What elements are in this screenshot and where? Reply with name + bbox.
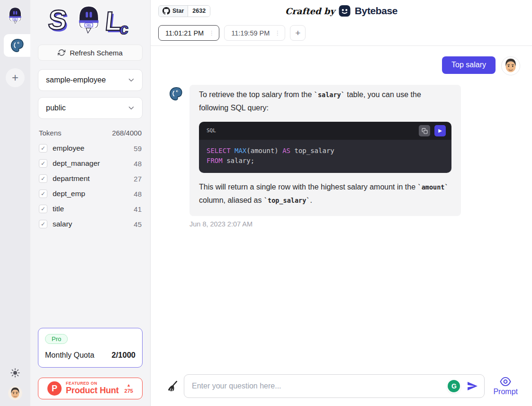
quota-row: Monthly Quota 2/1000 xyxy=(45,351,135,360)
user-message-row: Top salary xyxy=(169,56,520,75)
sqlchat-bot-avatar[interactable]: SQL xyxy=(6,7,24,25)
table-name: dept_emp xyxy=(53,189,128,198)
quota-card[interactable]: Pro Monthly Quota 2/1000 xyxy=(38,328,143,368)
conversation-tab-active[interactable]: 11:01:21 PM ⋮ xyxy=(158,25,219,41)
new-connection-button[interactable]: + xyxy=(6,68,25,87)
run-query-button[interactable]: ▶ xyxy=(434,125,446,136)
postgres-elephant-icon xyxy=(10,38,24,53)
star-count: 2632 xyxy=(188,6,210,17)
tokens-header: Tokens 268/4000 xyxy=(39,129,142,137)
topbar: Star 2632 Crafted by Bytebase xyxy=(151,0,532,22)
kebab-menu-icon[interactable]: ⋮ xyxy=(208,29,215,36)
crafted-by-label: Crafted by xyxy=(285,6,335,16)
github-star-button[interactable]: Star 2632 xyxy=(158,5,210,17)
robot-head-icon: SQL xyxy=(6,7,24,25)
table-row: ✓ employee 59 xyxy=(38,141,143,156)
table-row: ✓ title 41 xyxy=(38,201,143,217)
product-hunt-badge[interactable]: P FEATURED ON Product Hunt ▲ 275 xyxy=(38,378,143,399)
play-icon: ▶ xyxy=(438,124,442,137)
bytebase-logo-icon xyxy=(339,5,351,17)
eye-icon xyxy=(499,377,512,387)
conversation-tab[interactable]: 11:19:59 PM ⋮ xyxy=(224,25,285,41)
table-checkbox[interactable]: ✓ xyxy=(39,189,47,198)
send-icon xyxy=(467,380,478,392)
send-button[interactable] xyxy=(467,380,478,392)
new-conversation-button[interactable]: + xyxy=(290,25,306,41)
code-block-header: SQL ▶ xyxy=(199,122,451,140)
refresh-schema-button[interactable]: Refresh Schema xyxy=(38,45,143,61)
plus-icon: + xyxy=(12,71,18,84)
table-name: dept_manager xyxy=(53,159,128,168)
message-timestamp: Jun 8, 2023 2:07 AM xyxy=(189,220,520,228)
schema-select-value: public xyxy=(46,104,66,112)
table-checkbox[interactable]: ✓ xyxy=(39,220,47,228)
refresh-schema-label: Refresh Schema xyxy=(70,49,123,57)
pro-badge: Pro xyxy=(45,334,68,344)
github-star-segment: Star xyxy=(159,6,188,17)
check-icon: ✓ xyxy=(41,221,45,227)
sun-icon xyxy=(10,368,20,378)
user-message-bubble: Top salary xyxy=(442,56,496,74)
code-line: SELECT MAX(amount) AS top_salary xyxy=(207,146,444,156)
table-row: ✓ dept_manager 48 xyxy=(38,156,143,171)
table-checkbox[interactable]: ✓ xyxy=(39,144,47,153)
user-avatar xyxy=(501,56,520,75)
table-token-count: 48 xyxy=(134,190,142,198)
main-panel: Star 2632 Crafted by Bytebase 11:01:21 P… xyxy=(151,0,532,406)
table-row: ✓ salary 45 xyxy=(38,217,143,232)
table-name: department xyxy=(53,174,128,183)
copy-code-button[interactable] xyxy=(419,125,430,136)
assistant-message-bubble: To retrieve the top salary from the `sal… xyxy=(189,85,461,216)
question-input[interactable] xyxy=(184,374,485,398)
svg-text:S: S xyxy=(47,5,69,36)
bytebase-brand-name: Bytebase xyxy=(355,5,397,17)
table-list: ✓ employee 59 ✓ dept_manager 48 ✓ depart… xyxy=(38,141,143,232)
connection-postgres-selected[interactable] xyxy=(4,34,30,57)
table-checkbox[interactable]: ✓ xyxy=(39,205,47,213)
crafted-by[interactable]: Crafted by Bytebase xyxy=(285,5,397,17)
tokens-total: 268/4000 xyxy=(112,129,142,137)
assistant-paragraph: This will return a single row with the h… xyxy=(199,180,451,207)
table-row: ✓ dept_emp 48 xyxy=(38,186,143,201)
quota-label: Monthly Quota xyxy=(45,351,94,360)
broom-icon xyxy=(166,380,178,392)
code-line: FROM salary; xyxy=(207,156,444,166)
theme-toggle-button[interactable] xyxy=(10,368,20,378)
code-block-body: SELECT MAX(amount) AS top_salaryFROM sal… xyxy=(199,140,451,173)
database-select[interactable]: sample-employee xyxy=(38,69,143,91)
kebab-menu-icon[interactable]: ⋮ xyxy=(274,29,280,36)
clear-conversation-button[interactable] xyxy=(166,380,178,392)
schema-sidebar: S S SQL L L c Refresh xyxy=(30,0,151,406)
tokens-label: Tokens xyxy=(39,129,62,137)
tab-label: 11:01:21 PM xyxy=(165,29,204,37)
check-icon: ✓ xyxy=(41,191,45,197)
sqlchat-logo: S S SQL L L c xyxy=(38,3,143,39)
product-hunt-logo-icon: P xyxy=(47,381,62,396)
user-account-avatar[interactable] xyxy=(8,386,22,400)
upvote-icon: ▲ xyxy=(126,383,131,388)
table-name: employee xyxy=(53,144,128,153)
product-hunt-vote-count: 275 xyxy=(125,388,133,394)
table-token-count: 45 xyxy=(134,220,142,228)
table-checkbox[interactable]: ✓ xyxy=(39,159,47,168)
code-language-label: SQL xyxy=(207,124,216,137)
table-token-count: 41 xyxy=(134,205,142,213)
table-checkbox[interactable]: ✓ xyxy=(39,174,47,183)
star-label: Star xyxy=(172,8,184,14)
table-name: salary xyxy=(53,220,128,228)
sql-code-block: SQL ▶ SELECT MAX(amount) xyxy=(199,122,451,173)
table-name: title xyxy=(53,205,128,213)
inline-code: `salary` xyxy=(314,91,345,99)
sqlchat-logo-art: S S SQL L L c xyxy=(46,4,134,38)
svg-text:SQL: SQL xyxy=(86,23,91,27)
assistant-avatar xyxy=(169,87,183,101)
tab-label: 11:19:59 PM xyxy=(231,29,270,37)
check-icon: ✓ xyxy=(41,161,45,166)
schema-select[interactable]: public xyxy=(38,97,143,119)
table-row: ✓ department 27 xyxy=(38,171,143,186)
prompt-label: Prompt xyxy=(493,388,518,396)
github-icon xyxy=(162,7,170,15)
left-rail: SQL + xyxy=(0,0,30,406)
prompt-button[interactable]: Prompt xyxy=(490,377,521,396)
code-actions: ▶ xyxy=(419,125,446,136)
